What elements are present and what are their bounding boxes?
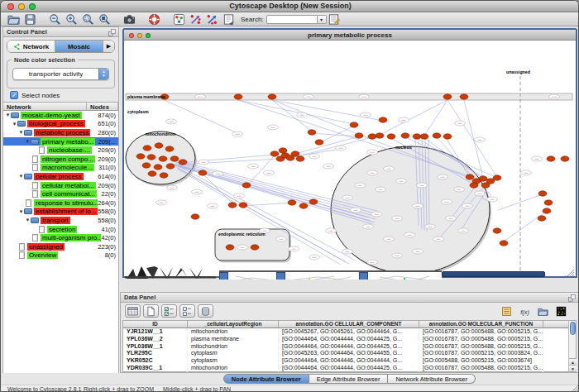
table-scrollbar[interactable]: ▲ ▼ xyxy=(568,320,577,372)
background-window-bar[interactable] xyxy=(442,271,545,277)
tree-row[interactable]: cell communicat...22(0) xyxy=(3,189,118,198)
network-node-selected[interactable] xyxy=(148,171,156,176)
zoom-in-icon[interactable] xyxy=(64,13,79,26)
tree-row[interactable]: cellular metabol...209(0) xyxy=(3,181,118,190)
table-cell[interactable]: YDR039C__1 xyxy=(123,365,188,372)
tree-row[interactable]: response to stimulu...264(0) xyxy=(3,198,118,208)
table-cell[interactable]: YPL036W__2 xyxy=(123,336,188,343)
background-window-sliver[interactable] xyxy=(359,270,442,280)
table-row[interactable]: YPL036W__1mitochondrion[GO:0044464, GO:0… xyxy=(123,343,570,351)
table-cell[interactable]: YPL036W__1 xyxy=(123,343,188,351)
network-node-selected[interactable] xyxy=(543,208,551,213)
network-node-selected[interactable] xyxy=(547,156,555,161)
tree-row[interactable]: macromolecule...311(0) xyxy=(3,164,118,173)
network-node-selected[interactable] xyxy=(460,94,468,99)
formula-icon[interactable]: f(x) xyxy=(517,304,533,318)
table-cell[interactable] xyxy=(543,350,570,357)
search-dropdown-button[interactable]: ▾ xyxy=(318,15,327,24)
network-node-selected[interactable] xyxy=(433,133,441,138)
network-node-selected[interactable] xyxy=(154,165,162,170)
table-cell[interactable]: [GO:0016787, GO:0005488, GO:0005215, G..… xyxy=(419,365,543,372)
tree-row-label[interactable]: unassigned xyxy=(27,243,65,251)
tree-row[interactable]: ▼metabolic process280(0) xyxy=(3,128,118,137)
network-node-selected[interactable] xyxy=(268,94,276,99)
table-column-header[interactable]: annotation.GO CELLULAR_COMPONENT xyxy=(279,321,419,328)
table-cell[interactable]: plasma membrane xyxy=(188,336,279,343)
network-node-selected[interactable] xyxy=(291,151,299,156)
scrollbar-thumb[interactable] xyxy=(570,322,576,335)
dropdown-stepper-icon[interactable]: ▲▼ xyxy=(98,68,108,80)
network-node-selected[interactable] xyxy=(142,163,151,168)
table-cell[interactable]: [GO:0016787, GO:0005488, GO:0005215, G..… xyxy=(419,336,543,343)
tree-row-label[interactable]: response to stimulu... xyxy=(34,199,98,207)
attribute-list-icon[interactable] xyxy=(499,304,514,318)
table-column-header[interactable] xyxy=(543,321,570,328)
tree-row-label[interactable]: nitrogen compo... xyxy=(41,155,95,163)
tab-network-attribute-browser[interactable]: Network Attribute Browser xyxy=(388,374,476,384)
network-node-selected[interactable] xyxy=(136,154,145,159)
expand-arrow-icon[interactable]: ▼ xyxy=(25,218,31,222)
network-canvas[interactable]: plasma membranecytoplasmmitochondrionnuc… xyxy=(124,41,576,276)
tree-row[interactable]: multi-organism pro...42(0) xyxy=(3,233,118,242)
tree-row-label[interactable]: biological_process xyxy=(27,120,85,127)
tree-column-network[interactable]: Network xyxy=(3,103,87,110)
table-cell[interactable] xyxy=(543,328,570,336)
table-column-header[interactable]: annotation.GO MOLECULAR_FUNCTION xyxy=(419,321,543,328)
tree-row-label[interactable]: macromolecule... xyxy=(41,164,94,171)
network-node-selected[interactable] xyxy=(420,134,428,139)
network-node-selected[interactable] xyxy=(288,200,296,205)
network-node-selected[interactable] xyxy=(544,200,553,205)
network-node-selected[interactable] xyxy=(270,151,279,156)
table-row[interactable]: YPL036W__2plasma membrane[GO:0044464, GO… xyxy=(123,336,570,343)
network-node-selected[interactable] xyxy=(376,133,384,138)
tree-row[interactable]: ▼biological_process651(0) xyxy=(3,120,118,129)
view-resize-grip[interactable] xyxy=(567,270,574,276)
node-color-dropdown[interactable]: transporter activity ▲▼ xyxy=(12,68,109,80)
network-node-selected[interactable] xyxy=(179,160,187,165)
table-cell[interactable]: [GO:0016787, GO:0005488, GO:0005215, G..… xyxy=(419,328,543,336)
table-row[interactable]: YJR121W__1mitochondrion[GO:0045267, GO:0… xyxy=(123,328,570,336)
network-node-selected[interactable] xyxy=(234,94,242,99)
table-icon[interactable] xyxy=(125,304,141,318)
table-cell[interactable]: [GO:0044464, GO:0044444, GO:0044425, G..… xyxy=(279,336,419,343)
import-folder-icon[interactable] xyxy=(535,304,551,318)
network-node-selected[interactable] xyxy=(443,134,452,139)
tab-overflow-arrow[interactable]: ▶ xyxy=(103,41,114,52)
new-attribute-icon[interactable] xyxy=(143,304,159,318)
tree-column-nodes[interactable]: Nodes xyxy=(87,103,118,110)
network-node-selected[interactable] xyxy=(160,173,168,178)
tree-row-label[interactable]: primary metabo... xyxy=(41,138,95,146)
network-node-selected[interactable] xyxy=(401,133,409,138)
vizmapper-icon[interactable] xyxy=(171,13,186,26)
network-node-selected[interactable] xyxy=(493,228,501,233)
network-node-selected[interactable] xyxy=(387,134,395,139)
table-cell[interactable] xyxy=(543,336,570,343)
table-cell[interactable]: [GO:0016787, GO:0005488, GO:0005215, G..… xyxy=(419,343,543,351)
table-cell[interactable] xyxy=(543,365,570,372)
tree-row-label[interactable]: secretion xyxy=(47,226,77,233)
table-row[interactable]: YLR295Ccytoplasm[GO:0045263, GO:0044464,… xyxy=(123,350,570,357)
search-input[interactable] xyxy=(266,15,318,24)
expand-arrow-icon[interactable]: ▼ xyxy=(12,122,17,127)
table-cell[interactable]: [GO:0044464, GO:0044444, GO:0044425, G..… xyxy=(279,365,419,372)
unselect-attributes-icon[interactable] xyxy=(179,304,195,318)
expand-arrow-icon[interactable]: ▼ xyxy=(25,139,31,144)
network-node-selected[interactable] xyxy=(199,170,207,175)
select-nodes-checkbox[interactable]: ✓ xyxy=(10,91,18,99)
table-cell[interactable]: mitochondrion xyxy=(188,328,279,336)
table-column-header[interactable]: _cellularLayoutRegion xyxy=(188,321,279,328)
zoom-selected-icon[interactable] xyxy=(80,13,95,26)
tree-row[interactable]: nitrogen compo...209(0) xyxy=(3,155,118,164)
expand-arrow-icon[interactable]: ▼ xyxy=(18,130,24,135)
network-node-selected[interactable] xyxy=(170,156,179,161)
network-node-selected[interactable] xyxy=(155,143,163,148)
delete-attribute-icon[interactable] xyxy=(198,304,213,318)
tree-row[interactable]: Overview8(0) xyxy=(3,251,118,261)
table-cell[interactable]: mitochondrion xyxy=(188,343,279,351)
network-node-selected[interactable] xyxy=(165,146,174,151)
tree-row-label[interactable]: establishment of lo... xyxy=(34,208,98,215)
network-node-selected[interactable] xyxy=(500,241,508,246)
network-node-selected[interactable] xyxy=(481,183,490,188)
table-cell[interactable]: [GO:0016787, GO:0005215, GO:0003824, G..… xyxy=(419,350,543,357)
tab-node-attribute-browser[interactable]: Node Attribute Browser xyxy=(223,374,309,384)
